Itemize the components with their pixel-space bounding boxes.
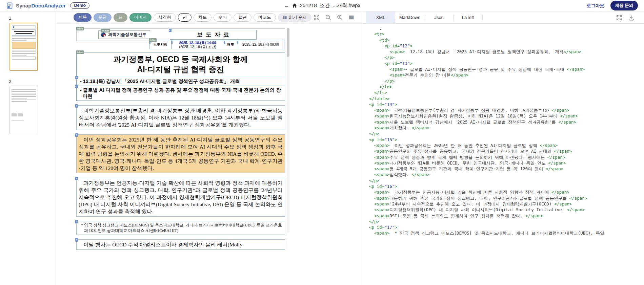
paragraph-marker: P <box>75 133 78 137</box>
tab-json[interactable]: Json <box>424 12 454 23</box>
home-icon[interactable] <box>292 3 298 8</box>
document-page: table image 과학기술정보통신부 P 보도자료 <box>76 28 285 250</box>
release-time: 2025. 12. 18.(목) 14:00 <box>179 41 216 45</box>
app-window: SynapDocuAnalyzer Demo ← 251218_조간_...개최… <box>0 0 644 285</box>
paragraph-region-4[interactable]: P 이날 행사는 OECD 수석 애널리스트이자 경제학자인 몰리 레셔(Mol… <box>76 239 285 250</box>
thumb1-header <box>12 25 36 28</box>
header-actions: 로그아웃 제품 문의 <box>587 1 638 10</box>
schedule-table-region[interactable]: table 보도시점 2025. 12. 18.(목) 14:00 (2025.… <box>149 40 284 49</box>
brand-name: SynapDocuAnalyzer <box>16 3 65 9</box>
ministry-logo-icon <box>101 32 106 38</box>
filter-formula-button[interactable]: 수식 <box>214 13 232 22</box>
title-table-region[interactable]: table 과기정통부, OECD 등 국제사회와 함께 AI·디지털 규범 협… <box>76 52 285 101</box>
release-note: (2025. 12. 19.(금) 조간) <box>179 45 216 49</box>
subtitle-1[interactable]: P - 12.18.(목) 강남서 「2025 AI·디지털 글로벌 정책연구 … <box>77 77 285 86</box>
ministry-name: 과학기술정보통신부 <box>108 32 146 38</box>
subtitle-2[interactable]: P - 글로벌 AI·디지털 정책 공동연구 성과 공유 및 주요 쟁점에 대한… <box>77 86 285 101</box>
header-table-region[interactable]: table image 과학기술정보통신부 P 보도자료 <box>76 28 285 41</box>
annotation-toolbar: 제목 문단 표 이미지 사각형 선 차트 수식 캡션 바코드 읽기 순서 <box>56 12 361 24</box>
zoom-out-icon[interactable] <box>325 14 331 21</box>
paragraph-region-3[interactable]: P 과기정통부는 인공지능·디지털 기술 확산에 따른 사회적 영향과 정책 과… <box>76 178 285 217</box>
brand-doc-icon <box>6 2 13 9</box>
distribute-time-cell[interactable]: 2025. 12. 18.(목) 09:00 <box>237 40 284 49</box>
reading-order-icon <box>283 15 287 20</box>
result-fullscreen-icon[interactable] <box>616 15 622 21</box>
document-title-bar: ← 251218_조간_...개최.hwpx <box>284 2 360 9</box>
demo-badge: Demo <box>70 2 89 9</box>
image-toggle-icon[interactable] <box>348 14 355 21</box>
filter-caption-button[interactable]: 캡션 <box>234 13 251 22</box>
zoom-in-icon[interactable] <box>337 14 343 21</box>
release-time-cell[interactable]: 2025. 12. 18.(목) 14:00 (2025. 12. 19.(금)… <box>171 40 224 49</box>
paragraph-marker: P <box>75 220 78 223</box>
paragraph-marker: P <box>75 76 78 79</box>
thumb1-title-block <box>12 29 36 36</box>
result-controls <box>616 12 635 24</box>
paragraph-marker: P <box>75 238 78 242</box>
brand-logo[interactable]: SynapDocuAnalyzer Demo <box>6 2 89 9</box>
press-release-label: 보도자료 <box>197 31 232 38</box>
table-tag: table <box>76 50 84 54</box>
tab-markdown[interactable]: MarkDown <box>395 12 424 23</box>
viewer-controls <box>314 14 355 21</box>
document-viewer-panel: 제목 문단 표 이미지 사각형 선 차트 수식 캡션 바코드 읽기 순서 <box>56 12 361 285</box>
table-tag: table <box>149 38 157 42</box>
document-scrollbar[interactable] <box>287 28 289 233</box>
product-inquiry-button[interactable]: 제품 문의 <box>610 1 638 10</box>
tab-latex[interactable]: LaTeX <box>454 12 483 23</box>
table-tag: table <box>76 27 84 30</box>
paragraph-marker: P <box>75 177 78 180</box>
image-tag: image <box>101 29 110 32</box>
filter-line-button[interactable]: 선 <box>178 13 192 22</box>
fullscreen-icon[interactable] <box>314 14 320 21</box>
xml-code[interactable]: . <tr> <td> <p id="12"> <span>- 12.18.(목… <box>361 24 644 285</box>
thumb1-highlight-block <box>12 42 36 49</box>
document-canvas: table image 과학기술정보통신부 P 보도자료 <box>56 24 361 285</box>
back-button[interactable]: ← <box>284 2 289 9</box>
distribute-label-cell[interactable]: 배포 <box>224 40 237 49</box>
filter-barcode-button[interactable]: 바코드 <box>254 13 276 22</box>
top-header: SynapDocuAnalyzer Demo ← 251218_조간_...개최… <box>0 0 644 12</box>
page-thumbnail-1[interactable] <box>9 23 38 71</box>
filter-paragraph-button[interactable]: 문단 <box>94 13 112 22</box>
filename-label: 251218_조간_...개최.hwpx <box>300 2 360 9</box>
filter-image-button[interactable]: 이미지 <box>129 13 152 22</box>
paragraph-region-2-highlighted[interactable]: P 이번 성과공유회는 2025년 한 해 동안 추진된 AI·디지털 글로벌 … <box>76 134 285 173</box>
result-tabbar: XML MarkDown Json LaTeX <box>361 12 644 24</box>
filter-chart-button[interactable]: 차트 <box>194 13 212 22</box>
reading-order-button[interactable]: 읽기 순서 <box>278 13 311 22</box>
page-thumbnail-sidebar: 1 2 <box>0 12 56 285</box>
filter-title-button[interactable]: 제목 <box>74 13 92 22</box>
paragraph-marker: P <box>75 104 78 108</box>
page-thumbnail-2[interactable] <box>9 86 38 134</box>
page-number-2: 2 <box>9 79 56 84</box>
document-scrollbar-thumb[interactable] <box>287 28 289 57</box>
result-panel: XML MarkDown Json LaTeX . <tr> <td> <p i… <box>361 12 644 285</box>
footnote-region[interactable]: P * 영국 정책 싱크탱크 데모스(DEMOS) 및 옥스퍼드대학교, 캐나다… <box>76 221 285 235</box>
paragraph-region-1[interactable]: P 과학기술정보통신부(부총리 겸 과기정통부 장관 배경훈, 이하 과기정통부… <box>76 105 285 130</box>
paragraph-marker: P <box>75 85 78 88</box>
main-title: 과기정통부, OECD 등 국제사회와 함께 AI·디지털 규범 협력 증진 <box>77 52 285 77</box>
paragraph-marker: P <box>169 29 172 32</box>
press-release-region[interactable]: P 보도자료 <box>170 30 257 40</box>
filter-table-button[interactable]: 표 <box>114 13 127 22</box>
logout-link[interactable]: 로그아웃 <box>587 3 604 9</box>
tab-xml[interactable]: XML <box>366 12 395 23</box>
page-number-1: 1 <box>9 16 56 21</box>
ministry-logo-region[interactable]: image 과학기술정보통신부 <box>98 30 150 39</box>
download-icon[interactable] <box>628 15 635 21</box>
filter-rectangle-button[interactable]: 사각형 <box>154 13 176 22</box>
